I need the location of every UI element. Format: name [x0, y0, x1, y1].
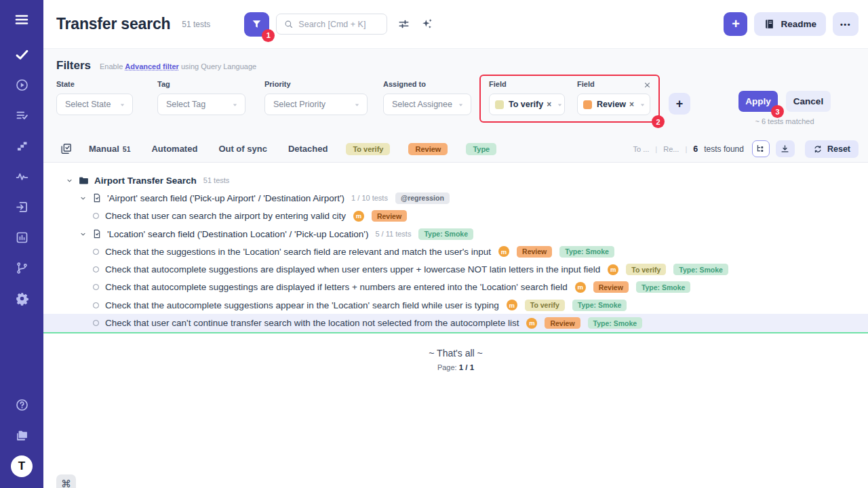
- test-row[interactable]: Check that the autocomplete suggestions …: [43, 296, 868, 314]
- hamburger-menu-icon: [14, 12, 30, 28]
- badge-m: m: [608, 264, 618, 275]
- check-icon: [15, 47, 29, 62]
- tab-automated[interactable]: Automated: [151, 144, 197, 154]
- search-input[interactable]: Search [Cmd + K]: [276, 14, 387, 35]
- sidebar-item-plans[interactable]: [0, 100, 43, 131]
- tree-footer: ~ That's all ~ Page: 1 / 1: [43, 348, 868, 371]
- filters-panel: Filters Enable Advanced filter using Que…: [43, 49, 868, 136]
- sidebar-bottom: T: [0, 390, 43, 488]
- sidebar-item-reports[interactable]: [0, 222, 43, 253]
- sidebar-item-steps[interactable]: [0, 131, 43, 161]
- row-meta: 51 tests: [203, 176, 230, 184]
- download-button[interactable]: [776, 140, 795, 157]
- filter-label: Field: [489, 80, 565, 89]
- test-row[interactable]: Check that user can't continue transfer …: [43, 314, 868, 331]
- filter-label: State: [56, 80, 133, 89]
- sidebar-item-settings[interactable]: [0, 283, 43, 314]
- test-circle-icon: [93, 266, 99, 272]
- display-settings-icon[interactable]: [397, 18, 410, 30]
- reset-button[interactable]: Reset: [805, 140, 859, 158]
- tab-count: 51: [123, 145, 131, 153]
- select-arrow-icon: [353, 100, 361, 109]
- suite-row[interactable]: 'Location' search field ('Destination Lo…: [43, 225, 868, 243]
- sidebar-item-branches[interactable]: [0, 253, 43, 283]
- truncated-filter-1[interactable]: To ...: [633, 145, 649, 153]
- sidebar-item-help[interactable]: [0, 390, 43, 420]
- filter-label: Tag: [157, 80, 245, 89]
- sidebar-top: [0, 0, 43, 314]
- chevron-down-icon: [66, 177, 73, 184]
- remove-value-icon[interactable]: ×: [547, 100, 551, 108]
- badge-m: m: [575, 282, 586, 293]
- badge-regression: @regression: [395, 192, 450, 204]
- badge-type-smoke: Type: Smoke: [418, 228, 473, 240]
- annotation-step-3: 3: [771, 105, 784, 118]
- field-select-1[interactable]: To verify×: [489, 94, 565, 115]
- command-shortcut-badge[interactable]: ⌘: [56, 474, 76, 488]
- tree-view-icon: [755, 144, 766, 154]
- tab-out-of-sync[interactable]: Out of sync: [218, 144, 267, 154]
- row-label: 'Airport' search field ('Pick-up Airport…: [107, 193, 344, 203]
- book-icon: [764, 18, 775, 30]
- refresh-icon: [813, 144, 823, 154]
- header: Transfer search 51 tests 1 Search [Cmd +…: [43, 0, 868, 49]
- advanced-filter-link[interactable]: Advanced filter: [125, 62, 178, 70]
- select-arrow-icon: [456, 100, 465, 109]
- filter-chip-review[interactable]: Review: [408, 143, 448, 155]
- test-row[interactable]: Check that the suggestions in the 'Locat…: [43, 243, 868, 260]
- apply-label: Apply: [745, 96, 771, 106]
- cancel-button[interactable]: Cancel: [786, 91, 831, 112]
- gear-icon: [15, 291, 29, 306]
- select-arrow-icon: [638, 100, 647, 109]
- thats-all-text: ~ That's all ~: [43, 348, 868, 359]
- tests-found-label: tests found: [704, 144, 744, 154]
- select-priority[interactable]: Select Priority: [264, 94, 368, 115]
- readme-button[interactable]: Readme: [754, 12, 826, 36]
- select-placeholder: Select State: [65, 100, 114, 109]
- row-label: Check that the suggestions in the 'Locat…: [105, 247, 491, 257]
- sidebar-item-projects[interactable]: [0, 420, 43, 451]
- sidebar-item-pulls[interactable]: [0, 192, 43, 222]
- remove-field-filter-icon[interactable]: [643, 81, 652, 89]
- select-placeholder: Select Priority: [273, 100, 349, 109]
- sidebar-item-tests[interactable]: [0, 39, 43, 70]
- remove-value-icon[interactable]: ×: [629, 100, 634, 108]
- folder-row[interactable]: Airport Transfer Search51 tests: [43, 171, 868, 189]
- sidebar-item-runs[interactable]: [0, 70, 43, 100]
- import-icon: [15, 200, 29, 214]
- truncated-filter-2[interactable]: Re...: [663, 145, 679, 153]
- filter-chip-type[interactable]: Type: [466, 143, 496, 155]
- sidebar-item-menu[interactable]: [0, 0, 43, 39]
- filter-chip-to-verify[interactable]: To verify: [346, 143, 390, 155]
- field-select-2[interactable]: Review×: [577, 94, 650, 115]
- badge-review: Review: [372, 210, 407, 222]
- tests-matched-text: ~ 6 tests matched: [755, 117, 814, 125]
- field-group-1: FieldTo verify×: [489, 80, 565, 115]
- select-tag[interactable]: Select Tag: [157, 94, 245, 115]
- select-assigned-to[interactable]: Select Assignee: [383, 94, 471, 115]
- ai-sparkles-icon[interactable]: [420, 18, 433, 30]
- more-options-button[interactable]: •••: [833, 12, 859, 36]
- badge-type-smoke: Type: Smoke: [572, 300, 627, 311]
- test-row[interactable]: Check that autocomplete suggestions are …: [43, 260, 868, 278]
- tab-manual[interactable]: Manual51: [89, 144, 130, 154]
- suite-row[interactable]: 'Airport' search field ('Pick-up Airport…: [43, 189, 868, 207]
- add-field-filter-button[interactable]: +: [669, 93, 690, 115]
- test-row[interactable]: Check that autocomplete suggestings are …: [43, 279, 868, 296]
- bulk-select-icon[interactable]: [60, 142, 73, 155]
- tree-view-button[interactable]: [752, 140, 770, 157]
- test-row[interactable]: Check that user can search the airport b…: [43, 207, 868, 225]
- badge-m: m: [353, 211, 364, 222]
- select-state[interactable]: Select State: [56, 94, 133, 115]
- apply-button[interactable]: Apply3: [738, 91, 778, 112]
- badge-type-smoke: Type: Smoke: [673, 264, 728, 275]
- add-test-button[interactable]: +: [724, 12, 747, 36]
- sidebar-item-analytics[interactable]: [0, 161, 43, 192]
- app-logo[interactable]: T: [11, 455, 33, 477]
- play-circle-icon: [15, 78, 29, 92]
- tab-detached[interactable]: Detached: [288, 144, 328, 154]
- select-arrow-icon: [231, 100, 239, 109]
- filter-row: StateSelect StateTagSelect TagPrioritySe…: [56, 80, 859, 125]
- badge-m: m: [498, 246, 509, 257]
- select-placeholder: Select Tag: [166, 100, 226, 109]
